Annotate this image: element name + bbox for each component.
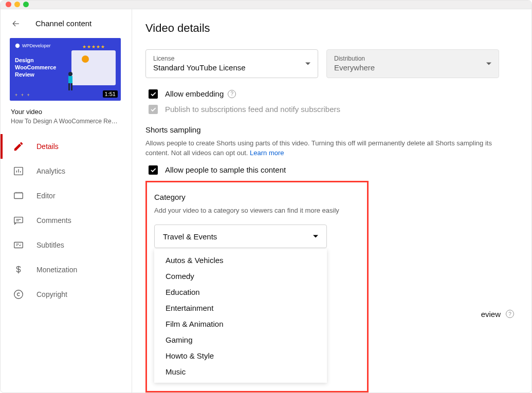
category-select[interactable]: Travel & Events [154, 224, 327, 248]
chevron-down-icon [305, 62, 310, 65]
nav-comments[interactable]: Comments [1, 208, 132, 233]
category-option[interactable]: Entertainment [154, 300, 327, 316]
svg-rect-8 [14, 242, 23, 248]
allow-embedding-label: Allow embedding ? [165, 89, 236, 98]
distribution-select: Distribution Everywhere [326, 49, 499, 78]
nav-copyright[interactable]: Copyright [1, 282, 132, 307]
sidebar-title: Channel content [35, 19, 91, 28]
editor-icon [13, 190, 24, 201]
nav-monetization[interactable]: Monetization [1, 257, 132, 282]
stars-icon: ★★★★★ [82, 44, 105, 49]
maximize-button[interactable] [23, 2, 29, 7]
person-illustration [65, 71, 76, 91]
analytics-icon [13, 165, 24, 177]
category-section: Category Add your video to a category so… [145, 181, 518, 393]
thumbnail-duration: 1:51 [103, 90, 118, 98]
sidebar-header: Channel content [1, 9, 132, 38]
category-option[interactable]: Film & Animation [154, 316, 327, 332]
nav-details[interactable]: Details [1, 134, 132, 159]
close-button[interactable] [6, 2, 11, 7]
thumbnail-brand: WPDeveloper [15, 43, 51, 48]
publish-notify-row: Publish to subscriptions feed and notify… [145, 105, 518, 114]
video-thumbnail-wrap: WPDeveloper Design WooCommerce Review ★★… [1, 38, 132, 101]
category-dropdown: Autos & Vehicles Comedy Education Entert… [154, 249, 327, 383]
publish-notify-checkbox [149, 105, 158, 114]
check-icon [150, 106, 157, 113]
allow-sampling-label: Allow people to sample this content [165, 165, 286, 174]
svg-point-9 [14, 290, 23, 298]
video-thumbnail[interactable]: WPDeveloper Design WooCommerce Review ★★… [10, 38, 121, 101]
category-heading: Category [154, 193, 360, 201]
select-row: License Standard YouTube License Distrib… [145, 49, 518, 78]
sidebar-nav: Details Analytics Editor Comments Subtit… [1, 134, 132, 307]
shorts-section: Shorts sampling Allows people to create … [145, 125, 518, 175]
video-title: How To Design A WooCommerce Re… [11, 118, 121, 125]
license-select[interactable]: License Standard YouTube License [145, 49, 318, 78]
main-content: Video details License Standard YouTube L… [132, 9, 531, 393]
nav-analytics[interactable]: Analytics [1, 159, 132, 183]
svg-rect-3 [68, 83, 70, 90]
category-highlight: Category Add your video to a category so… [145, 181, 369, 393]
category-option[interactable]: Education [154, 284, 327, 300]
back-arrow-icon[interactable] [11, 18, 21, 29]
minimize-button[interactable] [14, 2, 20, 7]
sidebar: Channel content WPDeveloper Design WooCo… [1, 9, 132, 393]
subtitles-icon [13, 239, 24, 251]
allow-embedding-checkbox[interactable] [149, 89, 158, 99]
allow-sampling-row: Allow people to sample this content [145, 165, 518, 175]
svg-point-1 [68, 72, 72, 76]
check-icon [150, 166, 157, 174]
category-option[interactable]: Music [154, 364, 327, 380]
app-window: Channel content WPDeveloper Design WooCo… [0, 0, 532, 393]
obscured-row: eview ? [481, 310, 514, 319]
category-option[interactable]: Comedy [154, 268, 327, 284]
copyright-icon [13, 289, 24, 300]
your-video-label: Your video [11, 108, 121, 116]
svg-rect-6 [14, 193, 23, 198]
page-title: Video details [145, 22, 518, 35]
category-option[interactable]: Autos & Vehicles [154, 252, 327, 268]
nav-subtitles[interactable]: Subtitles [1, 233, 132, 257]
thumbnail-title: Design WooCommerce Review [15, 57, 56, 79]
check-icon [150, 90, 157, 98]
publish-notify-label: Publish to subscriptions feed and notify… [165, 105, 340, 114]
nav-editor[interactable]: Editor [1, 183, 132, 208]
category-description: Add your video to a category so viewers … [154, 205, 360, 216]
app-body: Channel content WPDeveloper Design WooCo… [1, 9, 531, 393]
titlebar [1, 1, 531, 9]
chevron-down-icon [486, 62, 491, 65]
svg-rect-4 [71, 83, 72, 90]
dollar-icon [13, 264, 24, 275]
learn-more-link[interactable]: Learn more [250, 149, 284, 157]
shorts-heading: Shorts sampling [145, 125, 518, 134]
help-icon[interactable]: ? [228, 90, 236, 98]
allow-sampling-checkbox[interactable] [149, 165, 158, 175]
svg-rect-7 [14, 217, 23, 222]
comments-icon [13, 215, 24, 226]
category-option[interactable]: Howto & Style [154, 348, 327, 364]
pencil-icon [13, 141, 24, 152]
help-icon[interactable]: ? [506, 310, 514, 318]
svg-point-0 [15, 43, 20, 47]
allow-embedding-row: Allow embedding ? [145, 89, 518, 99]
chevron-down-icon [313, 235, 318, 238]
video-meta: Your video How To Design A WooCommerce R… [1, 101, 132, 134]
shorts-description: Allows people to create Shorts using par… [145, 138, 495, 158]
svg-rect-2 [68, 76, 72, 83]
category-option[interactable]: Gaming [154, 332, 327, 348]
